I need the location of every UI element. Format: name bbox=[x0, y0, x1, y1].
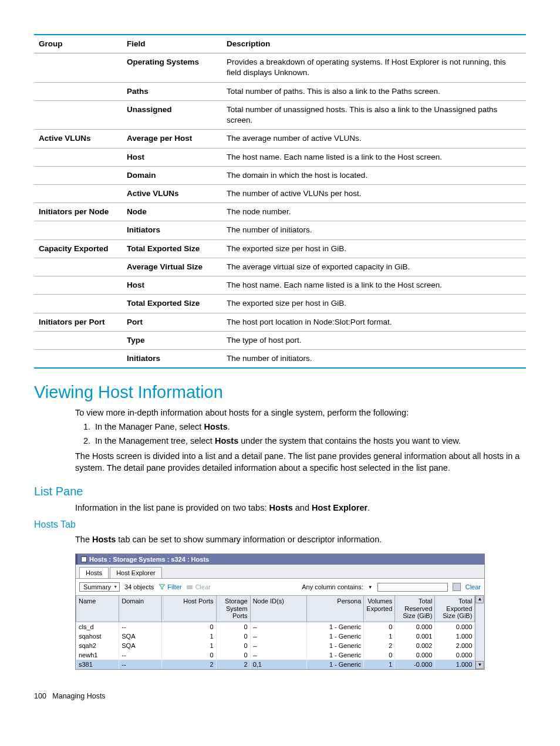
hcol-tes[interactable]: Total Exported Size (GiB) bbox=[435, 596, 475, 622]
cell-field: Type bbox=[122, 331, 222, 349]
cell-volumes-exported: 0 bbox=[364, 650, 395, 660]
hcol-trs[interactable]: Total Reserved Size (GiB) bbox=[395, 596, 435, 622]
cell-description: Provides a breakdown of operating system… bbox=[222, 53, 526, 82]
scroll-up-button[interactable]: ▲ bbox=[475, 595, 484, 603]
cell-field: Average Virtual Size bbox=[122, 258, 222, 276]
cell-name: sqahost bbox=[76, 632, 119, 641]
pin-icon[interactable] bbox=[453, 583, 461, 591]
tab-name-hosts: Hosts bbox=[269, 503, 292, 512]
cell-name: s381 bbox=[76, 660, 119, 669]
cell-field: Total Exported Size bbox=[122, 295, 222, 313]
cell-field: Average per Host bbox=[122, 130, 222, 148]
cell-group: Active VLUNs bbox=[34, 130, 122, 148]
cell-host-ports: 1 bbox=[161, 632, 216, 641]
any-column-label: Any column contains: bbox=[302, 583, 363, 590]
table-row: Active VLUNsThe number of active VLUNs p… bbox=[34, 184, 526, 202]
cell-group bbox=[34, 295, 122, 313]
cell-description: The domain in which the host is located. bbox=[222, 166, 526, 184]
heading-viewing-host-information: Viewing Host Information bbox=[34, 383, 526, 402]
cell-domain: -- bbox=[119, 660, 161, 669]
vertical-scrollbar[interactable]: ▲ ▼ bbox=[475, 595, 484, 669]
table-row: Total Exported SizeThe exported size per… bbox=[34, 295, 526, 313]
hcol-persona[interactable]: Persona bbox=[306, 596, 364, 622]
hosts-tab-text: The Hosts tab can be set to show summary… bbox=[75, 534, 526, 545]
cell-total-reserved-size: 0.000 bbox=[395, 622, 435, 632]
hcol-name[interactable]: Name bbox=[76, 596, 119, 622]
cell-name: newh1 bbox=[76, 650, 119, 660]
hcol-node-id[interactable]: Node ID(s) bbox=[250, 596, 306, 622]
cell-field: Initiators bbox=[122, 349, 222, 368]
cell-group bbox=[34, 148, 122, 166]
clear-filter-link[interactable]: Clear bbox=[187, 583, 211, 590]
table-row: HostThe host name. Each name listed is a… bbox=[34, 276, 526, 295]
cell-domain: -- bbox=[119, 650, 161, 660]
data-row[interactable]: cls_d--00--1 - Generic00.0000.000 bbox=[76, 622, 475, 632]
cell-domain: SQA bbox=[119, 632, 161, 641]
table-row: UnassignedTotal number of unassigned hos… bbox=[34, 100, 526, 129]
tab-strip: Hosts Host Explorer bbox=[76, 565, 484, 578]
table-row: Initiators per PortPortThe host port loc… bbox=[34, 313, 526, 331]
clear-search-link[interactable]: Clear bbox=[465, 583, 481, 590]
cell-host-ports: 1 bbox=[161, 641, 216, 650]
step-2: In the Management tree, select Hosts und… bbox=[93, 435, 526, 448]
cell-description: The average virtual size of exported cap… bbox=[222, 258, 526, 276]
cell-description: The number of active VLUNs per host. bbox=[222, 184, 526, 202]
cell-total-reserved-size: 0.001 bbox=[395, 632, 435, 641]
cell-volumes-exported: 1 bbox=[364, 660, 395, 669]
cell-field: Active VLUNs bbox=[122, 184, 222, 202]
tab-hosts[interactable]: Hosts bbox=[79, 567, 109, 578]
step-1-hosts: Hosts bbox=[204, 422, 227, 431]
cell-name: cls_d bbox=[76, 622, 119, 632]
scroll-down-button[interactable]: ▼ bbox=[475, 661, 484, 669]
cell-node-ids: -- bbox=[250, 622, 306, 632]
cell-persona: 1 - Generic bbox=[306, 660, 364, 669]
svg-rect-0 bbox=[187, 586, 192, 589]
cell-total-reserved-size: 0.000 bbox=[395, 650, 435, 660]
table-row: Average Virtual SizeThe average virtual … bbox=[34, 258, 526, 276]
cell-description: The host name. Each name listed is a lin… bbox=[222, 276, 526, 295]
cell-total-exported-size: 2.000 bbox=[435, 641, 475, 650]
cell-description: Total number of paths. This is also a li… bbox=[222, 82, 526, 100]
field-description-table: Group Field Description Operating System… bbox=[34, 34, 526, 369]
view-dropdown[interactable]: Summary bbox=[79, 582, 120, 592]
procedure-steps: In the Manager Pane, select Hosts. In th… bbox=[75, 421, 526, 448]
heading-list-pane: List Pane bbox=[34, 485, 526, 498]
cell-storage-system-ports: 0 bbox=[216, 632, 250, 641]
cell-field: Node bbox=[122, 203, 222, 221]
cell-host-ports: 0 bbox=[161, 650, 216, 660]
hosts-screen-description: The Hosts screen is divided into a list … bbox=[75, 450, 526, 474]
window-icon bbox=[81, 556, 87, 562]
hcol-host-ports[interactable]: Host Ports bbox=[161, 596, 216, 622]
hcol-ve[interactable]: Volumes Exported bbox=[364, 596, 395, 622]
data-row[interactable]: sqahostSQA10--1 - Generic10.0011.000 bbox=[76, 632, 475, 641]
intro-text: To view more in-depth information about … bbox=[75, 407, 526, 418]
cell-group bbox=[34, 258, 122, 276]
data-row[interactable]: newh1--00--1 - Generic00.0000.000 bbox=[76, 650, 475, 660]
cell-volumes-exported: 0 bbox=[364, 622, 395, 632]
cell-field: Unassigned bbox=[122, 100, 222, 129]
cell-field: Host bbox=[122, 148, 222, 166]
tab-host-explorer[interactable]: Host Explorer bbox=[110, 567, 162, 578]
data-row[interactable]: sqah2SQA10--1 - Generic20.0022.000 bbox=[76, 641, 475, 650]
table-row: Capacity ExportedTotal Exported SizeThe … bbox=[34, 239, 526, 258]
cell-node-ids: -- bbox=[250, 650, 306, 660]
cell-group bbox=[34, 184, 122, 202]
search-input[interactable] bbox=[377, 583, 448, 592]
hosts-screen-figure: Hosts : Storage Systems : s324 : Hosts H… bbox=[75, 553, 485, 670]
cell-storage-system-ports: 0 bbox=[216, 622, 250, 632]
cell-persona: 1 - Generic bbox=[306, 641, 364, 650]
cell-description: The type of host port. bbox=[222, 331, 526, 349]
chevron-down-icon[interactable]: ▼ bbox=[368, 585, 373, 590]
table-row: TypeThe type of host port. bbox=[34, 331, 526, 349]
hcol-ssp[interactable]: Storage System Ports bbox=[216, 596, 250, 622]
window-title-bar: Hosts : Storage Systems : s324 : Hosts bbox=[76, 554, 484, 565]
col-field: Field bbox=[122, 35, 222, 53]
hcol-domain[interactable]: Domain bbox=[119, 596, 161, 622]
cell-group bbox=[34, 82, 122, 100]
cell-total-exported-size: 1.000 bbox=[435, 632, 475, 641]
data-row[interactable]: s381--220,11 - Generic1-0.0001.000 bbox=[76, 660, 475, 669]
cell-domain: SQA bbox=[119, 641, 161, 650]
col-description: Description bbox=[222, 35, 526, 53]
filter-link[interactable]: Filter bbox=[158, 583, 181, 590]
cell-description: The host name. Each name listed is a lin… bbox=[222, 148, 526, 166]
